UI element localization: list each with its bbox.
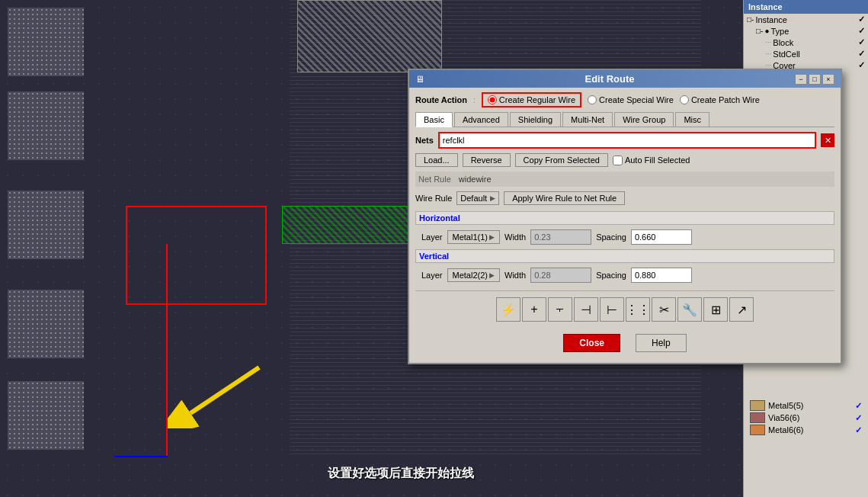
- layer-color-via56: [750, 412, 765, 423]
- window-buttons: − □ ×: [795, 74, 834, 85]
- dialog-icon: 🖥: [415, 74, 424, 85]
- tool-btn-9[interactable]: ⊞: [703, 297, 728, 322]
- create-patch-radio[interactable]: [680, 95, 689, 104]
- route-action-label: Route Action: [415, 95, 467, 104]
- schematic-block-4: [8, 290, 84, 358]
- tab-advanced[interactable]: Advanced: [454, 112, 508, 127]
- vertical-section-header: Vertical: [415, 249, 834, 263]
- bottom-toolbar: ⚡ + ⫟ ⊣ ⊢ ⋮⋮ ✂ 🔧 ⊞ ↗: [415, 290, 834, 328]
- create-regular-option[interactable]: Create Regular Wire: [482, 92, 581, 107]
- dot-stdcell: ···: [765, 50, 771, 58]
- nets-row: Nets ✕: [415, 132, 834, 149]
- close-button[interactable]: Close: [563, 334, 620, 352]
- tool-btn-8[interactable]: 🔧: [677, 297, 702, 322]
- tool-btn-1[interactable]: ⚡: [496, 297, 520, 322]
- red-highlight-box: [126, 206, 267, 305]
- layer-color-metal5: [750, 400, 765, 411]
- tool-btn-7[interactable]: ✂: [652, 297, 676, 322]
- layer-color-metal6: [750, 425, 765, 435]
- auto-fill-checkbox[interactable]: [613, 156, 623, 165]
- action-buttons-row: Load... Reverse Copy From Selected Auto …: [415, 153, 834, 167]
- tree-item-block[interactable]: ··· Block ✓: [744, 37, 868, 48]
- vertical-layer-select[interactable]: Metal2(2) ▶: [447, 268, 500, 282]
- edit-route-dialog: 🖥 Edit Route − □ × Route Action : Create…: [408, 69, 842, 364]
- tree-item-instance[interactable]: □- Instance ✓: [744, 14, 868, 25]
- check-metal5: ✓: [855, 401, 862, 411]
- vertical-width-label: Width: [504, 271, 526, 280]
- arrow-indicator: [168, 352, 274, 428]
- horizontal-width-input[interactable]: [530, 229, 591, 245]
- schematic-block-1: [8, 8, 84, 76]
- layer-item-via56[interactable]: Via56(6) ✓: [744, 412, 868, 424]
- help-button[interactable]: Help: [636, 334, 687, 352]
- tab-shielding[interactable]: Shielding: [510, 112, 561, 127]
- horizontal-spacing-input[interactable]: [631, 229, 692, 245]
- tool-btn-2[interactable]: +: [522, 297, 546, 322]
- tree-item-stdcell[interactable]: ··· StdCell ✓: [744, 48, 868, 59]
- reverse-button[interactable]: Reverse: [463, 153, 511, 167]
- tab-misc[interactable]: Misc: [675, 112, 709, 127]
- colon-separator: :: [473, 96, 476, 104]
- layer-item-metal6[interactable]: Metal6(6) ✓: [744, 424, 868, 436]
- tool-btn-4[interactable]: ⊣: [574, 297, 598, 322]
- tab-multi-net[interactable]: Multi-Net: [562, 112, 613, 127]
- tree-item-type[interactable]: □- ● Type ✓: [744, 25, 868, 37]
- wire-vertical-red: [166, 244, 168, 457]
- tab-basic[interactable]: Basic: [415, 112, 453, 127]
- apply-wire-rule-button[interactable]: Apply Wire Rule to Net Rule: [504, 191, 625, 205]
- schematic-block-3: [8, 191, 84, 259]
- horizontal-layer-value: Metal1(1): [453, 232, 488, 242]
- create-regular-radio[interactable]: [488, 95, 497, 104]
- tab-wire-group[interactable]: Wire Group: [614, 112, 674, 127]
- horizontal-layer-select[interactable]: Metal1(1) ▶: [447, 230, 500, 244]
- tool-btn-6[interactable]: ⋮⋮: [626, 297, 650, 322]
- vertical-spacing-input[interactable]: [631, 268, 692, 283]
- wire-rule-dropdown[interactable]: Default ▶: [456, 191, 499, 205]
- dialog-title: Edit Route: [585, 73, 635, 85]
- layer-label-metal5: Metal5(5): [768, 401, 803, 410]
- net-rule-input[interactable]: [456, 174, 831, 184]
- nets-label: Nets: [415, 136, 434, 145]
- annotation-text: 设置好选项后直接开始拉线: [328, 466, 474, 482]
- create-patch-label: Create Patch Wire: [691, 95, 760, 104]
- copy-from-selected-button[interactable]: Copy From Selected: [515, 153, 608, 167]
- auto-fill-option[interactable]: Auto Fill Selected: [613, 156, 690, 165]
- wire-rule-arrow-icon: ▶: [490, 194, 495, 202]
- net-rule-label: Net Rule: [418, 175, 451, 184]
- nets-input[interactable]: [438, 132, 816, 149]
- radio-type: ●: [764, 27, 769, 35]
- create-patch-option[interactable]: Create Patch Wire: [680, 95, 760, 104]
- dot-block: ···: [765, 38, 771, 46]
- nets-clear-button[interactable]: ✕: [821, 133, 834, 147]
- wire-rule-value: Default: [460, 194, 487, 203]
- check-stdcell: ✓: [858, 49, 865, 59]
- horizontal-spacing-label: Spacing: [596, 232, 626, 242]
- tool-btn-3[interactable]: ⫟: [548, 297, 572, 322]
- tree-label-type: Type: [770, 27, 789, 36]
- right-panel-title: Instance: [744, 0, 868, 14]
- tool-btn-10[interactable]: ↗: [729, 297, 754, 322]
- schematic-block-5: [8, 381, 84, 450]
- tool-btn-5[interactable]: ⊢: [600, 297, 624, 322]
- load-button[interactable]: Load...: [415, 153, 458, 167]
- create-special-option[interactable]: Create Special Wire: [588, 95, 674, 104]
- vertical-layer-label: Layer: [421, 271, 443, 280]
- vertical-width-input[interactable]: [530, 268, 591, 283]
- vertical-spacing-label: Spacing: [596, 271, 626, 280]
- minimize-button[interactable]: −: [795, 74, 807, 85]
- horizontal-layer-label: Layer: [421, 232, 443, 242]
- tabs-row: Basic Advanced Shielding Multi-Net Wire …: [415, 112, 834, 127]
- horizontal-layer-arrow-icon: ▶: [489, 233, 495, 241]
- check-cover: ✓: [858, 60, 865, 70]
- create-special-radio[interactable]: [588, 95, 597, 104]
- vertical-layer-value: Metal2(2): [453, 271, 488, 280]
- svg-line-1: [191, 367, 259, 413]
- close-window-button[interactable]: ×: [822, 74, 834, 85]
- layer-item-metal5[interactable]: Metal5(5) ✓: [744, 399, 868, 412]
- vertical-layer-row: Layer Metal2(2) ▶ Width Spacing: [415, 268, 834, 283]
- net-rule-row: Net Rule: [415, 172, 834, 187]
- layer-label-metal6: Metal6(6): [768, 425, 803, 434]
- wire-rule-row: Wire Rule Default ▶ Apply Wire Rule to N…: [415, 191, 834, 205]
- maximize-button[interactable]: □: [809, 74, 821, 85]
- check-block: ✓: [858, 37, 865, 47]
